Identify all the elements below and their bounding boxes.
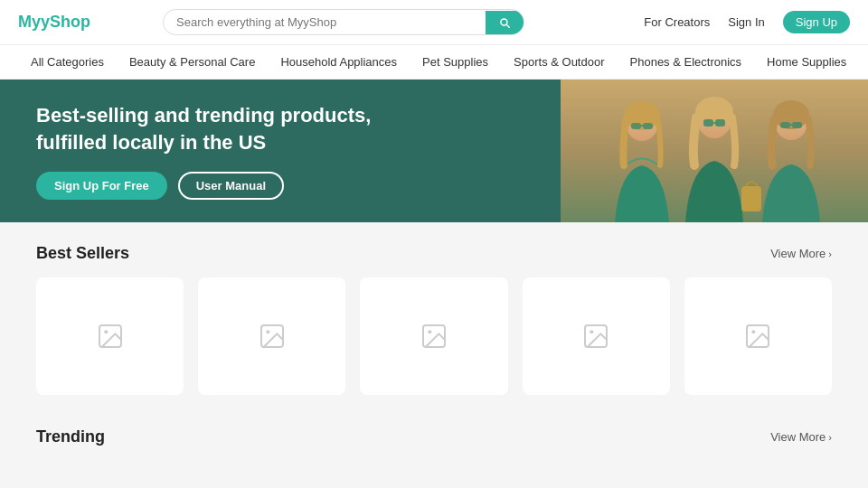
- logo[interactable]: MyyShop: [18, 13, 90, 32]
- product-card-1[interactable]: [36, 277, 184, 395]
- nav-item-computers[interactable]: Computers & Office ›: [859, 45, 868, 79]
- search-button[interactable]: [486, 11, 524, 34]
- best-sellers-section: Best Sellers View More ›: [0, 222, 868, 417]
- product-card-5[interactable]: [684, 277, 832, 395]
- nav-item-home[interactable]: Home Supplies: [754, 45, 859, 79]
- best-sellers-title: Best Sellers: [36, 244, 129, 263]
- svg-rect-16: [741, 186, 761, 211]
- for-creators-link[interactable]: For Creators: [644, 15, 710, 29]
- nav-item-sports[interactable]: Sports & Outdoor: [501, 45, 617, 79]
- product-image-3: [420, 322, 448, 351]
- product-card-2[interactable]: [198, 277, 345, 395]
- svg-rect-4: [643, 123, 653, 129]
- image-placeholder-icon: [258, 322, 287, 351]
- product-image-4: [581, 322, 610, 351]
- trending-section: Trending View More ›: [0, 417, 868, 475]
- image-placeholder-icon: [96, 322, 125, 351]
- svg-point-26: [752, 330, 756, 333]
- product-card-4[interactable]: [523, 277, 670, 395]
- svg-point-18: [104, 330, 108, 333]
- main-nav: All Categories Beauty & Personal Care Ho…: [0, 45, 868, 80]
- svg-point-20: [266, 330, 269, 333]
- hero-title: Best-selling and trending products, fulf…: [36, 102, 416, 155]
- product-image-5: [743, 322, 772, 351]
- best-sellers-chevron-icon: ›: [828, 249, 832, 259]
- hero-content: Best-selling and trending products, fulf…: [0, 80, 561, 222]
- nav-item-household[interactable]: Household Appliances: [268, 45, 410, 79]
- nav-item-all-categories[interactable]: All Categories: [18, 45, 117, 79]
- header-actions: For Creators Sign In Sign Up: [644, 11, 850, 33]
- product-card-3[interactable]: [360, 277, 507, 395]
- image-placeholder-icon: [581, 322, 610, 351]
- image-placeholder-icon: [743, 322, 772, 351]
- svg-rect-9: [715, 119, 725, 127]
- hero-signup-button[interactable]: Sign Up For Free: [36, 172, 167, 200]
- sign-up-button[interactable]: Sign Up: [783, 11, 850, 33]
- hero-buttons: Sign Up For Free User Manual: [36, 172, 524, 200]
- image-placeholder-icon: [420, 322, 448, 351]
- svg-rect-3: [631, 123, 641, 129]
- trending-view-more-text: View More: [770, 430, 826, 444]
- nav-item-beauty[interactable]: Beauty & Personal Care: [117, 45, 268, 79]
- header: MyyShop For Creators Sign In Sign Up: [0, 0, 868, 45]
- trending-header: Trending View More ›: [36, 427, 832, 446]
- trending-view-more[interactable]: View More ›: [770, 430, 832, 444]
- product-image-1: [96, 322, 125, 351]
- svg-rect-13: [780, 122, 790, 128]
- best-sellers-view-more-text: View More: [770, 247, 826, 260]
- svg-rect-14: [792, 122, 802, 128]
- product-image-2: [258, 322, 287, 351]
- hero-illustration: [561, 80, 868, 222]
- sign-in-button[interactable]: Sign In: [721, 12, 771, 33]
- search-input[interactable]: [164, 10, 486, 34]
- best-sellers-header: Best Sellers View More ›: [36, 244, 832, 263]
- hero-banner: Best-selling and trending products, fulf…: [0, 80, 868, 222]
- trending-title: Trending: [36, 427, 105, 446]
- best-sellers-view-more[interactable]: View More ›: [770, 247, 832, 260]
- nav-item-pet[interactable]: Pet Supplies: [410, 45, 501, 79]
- svg-rect-8: [703, 119, 713, 127]
- hero-svg: [561, 80, 868, 222]
- search-bar: [163, 9, 524, 35]
- nav-item-phones[interactable]: Phones & Electronics: [618, 45, 755, 79]
- search-icon: [498, 16, 511, 29]
- trending-chevron-icon: ›: [828, 432, 832, 443]
- svg-point-24: [590, 330, 594, 333]
- best-sellers-grid: [36, 277, 832, 395]
- hero-image: [561, 80, 868, 222]
- svg-point-22: [428, 330, 431, 333]
- hero-manual-button[interactable]: User Manual: [178, 172, 284, 200]
